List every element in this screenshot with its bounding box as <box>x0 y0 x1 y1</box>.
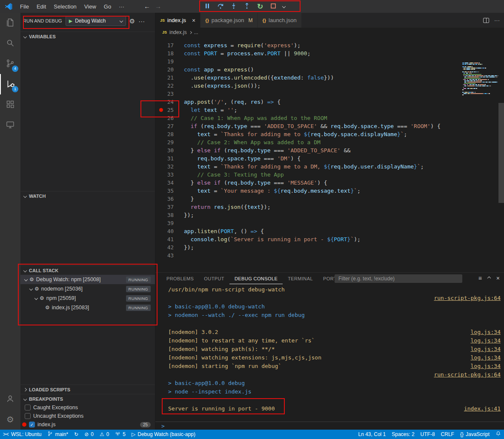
activity-remote-explorer[interactable] <box>0 115 20 135</box>
menu-more[interactable]: ··· <box>115 3 128 10</box>
start-debug-icon[interactable]: ▶ <box>69 18 72 24</box>
menu-edit[interactable]: Edit <box>33 3 50 10</box>
status-cursor-position[interactable]: Ln 43, Col 1 <box>355 430 389 439</box>
debug-step-over-button[interactable] <box>217 3 224 10</box>
close-tab-icon[interactable]: × <box>192 17 195 24</box>
debug-step-into-button[interactable] <box>230 3 238 10</box>
status-notifications[interactable] <box>493 430 504 439</box>
console-row: run-script-pkg.js:64 <box>168 371 501 379</box>
panel-tab-problems[interactable]: PROBLEMS <box>161 273 199 284</box>
tab-index.js[interactable]: JSindex.js× <box>155 13 200 28</box>
sidebar-more-actions-icon[interactable]: ··· <box>138 18 145 24</box>
callstack-item[interactable]: ⚙npm [25059]RUNNING <box>20 294 155 303</box>
section-loaded-scripts[interactable]: LOADED SCRIPTS <box>20 385 155 394</box>
source-link[interactable]: log.js:34 <box>471 353 501 362</box>
breakpoint-item[interactable]: Caught Exceptions <box>20 403 155 412</box>
checkbox[interactable] <box>25 413 31 419</box>
panel-tab-terminal[interactable]: TERMINAL <box>283 273 318 284</box>
console-filter-input[interactable] <box>335 274 462 283</box>
filter-lines-icon[interactable]: ≡ <box>478 275 482 282</box>
source-link[interactable]: log.js:34 <box>471 345 501 353</box>
breadcrumb[interactable]: JS index.js ... <box>155 28 504 37</box>
source-link[interactable]: run-script-pkg.js:64 <box>434 294 501 302</box>
menu-selection[interactable]: Selection <box>50 3 80 10</box>
editor-more-actions-icon[interactable]: ··· <box>494 17 500 23</box>
status-label: Debug Watch (basic-app) <box>137 431 195 437</box>
panel-tab-debug-console[interactable]: DEBUG CONSOLE <box>229 273 283 284</box>
status-indentation[interactable]: Spaces: 2 <box>389 430 417 439</box>
source-link[interactable]: index.js:41 <box>464 405 501 413</box>
status-eol[interactable]: CRLF <box>438 430 457 439</box>
warnings-icon: ⚠ <box>100 432 104 437</box>
breakpoint-icon[interactable] <box>159 108 163 112</box>
activity-explorer[interactable] <box>0 13 20 33</box>
breadcrumb-more[interactable]: ... <box>194 29 198 35</box>
debug-restart-button[interactable]: ↻ <box>256 3 264 10</box>
source-link[interactable]: log.js:34 <box>471 362 501 371</box>
line-number: 31 <box>155 154 184 162</box>
status-debug-session[interactable]: ▷Debug Watch (basic-app) <box>129 430 198 439</box>
source-link[interactable]: log.js:34 <box>471 328 501 336</box>
callstack-item[interactable]: ⚙index.js [25083]RUNNING <box>20 303 155 312</box>
callstack-item[interactable]: ⚙Debug Watch: npm [25008]RUNNING <box>20 275 155 284</box>
stop-dropdown-icon[interactable] <box>282 5 286 8</box>
breadcrumb-file[interactable]: index.js <box>169 29 187 35</box>
section-label: BREAKPOINTS <box>29 396 63 402</box>
editor-gutter[interactable]: 1718192021222324252627282930313233343536… <box>155 41 184 259</box>
section-watch[interactable]: WATCH <box>20 191 155 200</box>
editor-scrollbar[interactable] <box>498 103 504 203</box>
debug-console-input[interactable]: > <box>155 422 504 430</box>
remote-explorer-icon <box>5 120 15 131</box>
status-label: 0 <box>91 431 94 437</box>
menu-go[interactable]: Go <box>100 3 115 10</box>
activity-extensions[interactable] <box>0 94 20 115</box>
activity-settings[interactable]: ⚙ <box>0 409 20 430</box>
section-variables[interactable]: VARIABLES <box>20 31 155 41</box>
section-call-stack[interactable]: CALL STACK <box>20 265 155 275</box>
status-remote-indicator[interactable]: ><WSL: Ubuntu <box>0 430 44 439</box>
line-number: 38 <box>155 211 184 219</box>
debug-config-dropdown[interactable]: ▶ Debug Watch <box>66 16 126 26</box>
maximize-panel-icon[interactable] <box>487 277 491 280</box>
status-git-branch[interactable]: main* <box>44 430 71 439</box>
activity-search[interactable] <box>0 33 20 54</box>
tab-package.json[interactable]: {}package.jsonM <box>200 13 258 28</box>
menu-view[interactable]: View <box>80 3 100 10</box>
code-editor[interactable]: 1718192021222324252627282930313233343536… <box>155 37 504 272</box>
checkbox[interactable] <box>25 405 31 410</box>
extensions-icon <box>5 99 15 111</box>
breakpoint-item[interactable]: ✓index.js25 <box>20 420 155 429</box>
section-breakpoints[interactable]: BREAKPOINTS <box>20 394 155 403</box>
console-text: [nodemon] 3.0.2 <box>168 328 218 336</box>
activity-run-and-debug[interactable]: 1 <box>0 74 20 94</box>
pause-icon <box>204 3 211 11</box>
checkbox[interactable]: ✓ <box>29 422 35 428</box>
status-warnings[interactable]: ⚠0 <box>97 430 112 439</box>
source-link[interactable]: log.js:34 <box>471 336 501 345</box>
navigate-forward-icon[interactable]: → <box>155 0 161 13</box>
status-sync-changes[interactable]: ↻ <box>71 430 81 439</box>
activity-source-control[interactable]: 4 <box>0 54 20 74</box>
tab-launch.json[interactable]: {}launch.json <box>258 13 301 28</box>
close-panel-icon[interactable]: × <box>496 275 500 282</box>
debug-stop-button[interactable] <box>269 3 277 10</box>
menu-file[interactable]: File <box>16 3 33 10</box>
callstack-item[interactable]: ⚙nodemon [25036]RUNNING <box>20 284 155 294</box>
source-link[interactable]: run-script-pkg.js:64 <box>434 371 501 379</box>
status-encoding[interactable]: UTF-8 <box>418 430 438 439</box>
code-line-43 <box>184 251 456 259</box>
status-errors[interactable]: ⊘0 <box>81 430 97 439</box>
debug-settings-gear-icon[interactable]: ⚙ <box>129 18 135 24</box>
debug-pause-button[interactable] <box>203 3 211 10</box>
navigate-back-icon[interactable]: ← <box>144 0 150 13</box>
minimap[interactable] <box>462 63 498 97</box>
split-editor-icon[interactable] <box>483 18 489 23</box>
activity-accounts[interactable] <box>0 389 20 409</box>
status-language-mode[interactable]: {}JavaScript <box>457 430 493 439</box>
code-line-21: .use(express.urlencoded({extended: false… <box>184 74 456 82</box>
panel-tab-output[interactable]: OUTPUT <box>199 273 229 284</box>
line-number: 30 <box>155 146 184 154</box>
status-forwarded-ports[interactable]: 5 <box>112 430 129 439</box>
debug-step-out-button[interactable] <box>243 3 251 10</box>
breakpoint-item[interactable]: Uncaught Exceptions <box>20 412 155 420</box>
